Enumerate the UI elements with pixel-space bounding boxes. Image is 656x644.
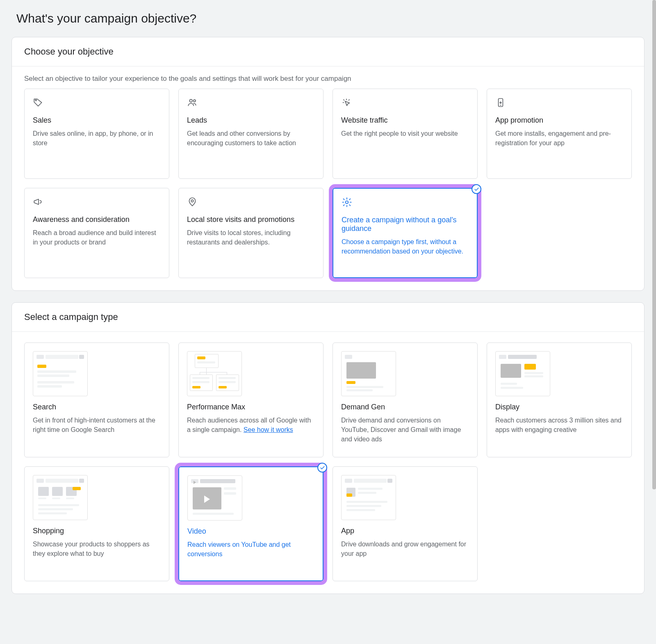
svg-point-4: [191, 200, 193, 202]
card-title: Performance Max: [187, 403, 315, 411]
card-thumbnail: [341, 475, 396, 520]
card-description: Get in front of high-intent customers at…: [33, 416, 161, 434]
objective-card-leads[interactable]: LeadsGet leads and other conversions by …: [178, 89, 323, 179]
card-description: Reach a broad audience and build interes…: [33, 228, 161, 247]
selected-check-icon: [317, 463, 327, 473]
card-title: Display: [495, 403, 623, 411]
svg-point-5: [346, 201, 348, 204]
objective-card-sales[interactable]: SalesDrive sales online, in app, by phon…: [24, 89, 169, 179]
type-card-shopping[interactable]: ShoppingShowcase your products to shoppe…: [24, 466, 169, 581]
card-description: Get leads and other conversions by encou…: [187, 129, 315, 148]
objective-panel-header: Choose your objective: [12, 37, 644, 66]
cursor-click-icon: [341, 97, 469, 111]
type-card-demand-gen[interactable]: Demand GenDrive demand and conversions o…: [333, 343, 478, 457]
objective-panel: Choose your objective Select an objectiv…: [11, 37, 645, 291]
scrollbar[interactable]: [652, 0, 656, 489]
card-description: Reach viewers on YouTube and get convers…: [187, 540, 314, 559]
card-thumbnail: [33, 475, 88, 520]
card-description: Choose a campaign type first, without a …: [342, 237, 469, 256]
card-title: Sales: [33, 116, 161, 125]
objective-card-no-goal[interactable]: Create a campaign without a goal's guida…: [333, 188, 478, 278]
svg-point-2: [194, 100, 196, 102]
card-description: Drive downloads and grow engagement for …: [341, 539, 469, 558]
tag-icon: [33, 97, 161, 111]
type-card-pmax[interactable]: Performance MaxReach audiences across al…: [178, 343, 323, 457]
card-title: Demand Gen: [341, 403, 469, 411]
card-link[interactable]: See how it works: [244, 426, 293, 433]
objective-card-awareness[interactable]: Awareness and considerationReach a broad…: [24, 188, 169, 278]
people-icon: [187, 97, 315, 111]
card-title: Shopping: [33, 527, 161, 535]
type-panel: Select a campaign type SearchGet in fron…: [11, 302, 645, 594]
card-thumbnail: [341, 351, 396, 396]
card-description: Drive demand and conversions on YouTube,…: [341, 416, 469, 444]
objective-card-website-traffic[interactable]: Website trafficGet the right people to v…: [333, 89, 478, 179]
card-title: Search: [33, 403, 161, 411]
card-description: Reach customers across 3 million sites a…: [495, 416, 623, 434]
card-description: Get more installs, engagement and pre-re…: [495, 129, 623, 148]
type-card-display[interactable]: DisplayReach customers across 3 million …: [487, 343, 632, 457]
objective-grid: SalesDrive sales online, in app, by phon…: [12, 89, 644, 290]
card-title: Create a campaign without a goal's guida…: [342, 216, 469, 233]
gear-icon: [342, 197, 469, 211]
card-title: Website traffic: [341, 116, 469, 125]
card-thumbnail: [495, 351, 550, 396]
objective-card-local[interactable]: Local store visits and promotionsDrive v…: [178, 188, 323, 278]
phone-icon: [495, 97, 623, 111]
type-panel-header: Select a campaign type: [12, 303, 644, 332]
card-description: Drive visits to local stores, including …: [187, 228, 315, 247]
card-description: Get the right people to visit your websi…: [341, 129, 469, 138]
page-title: What's your campaign objective?: [16, 11, 645, 25]
type-panel-title: Select a campaign type: [24, 312, 632, 322]
card-title: App promotion: [495, 116, 623, 125]
svg-point-0: [35, 100, 36, 101]
card-thumbnail: [33, 351, 88, 396]
objective-panel-subtitle: Select an objective to tailor your exper…: [12, 66, 644, 89]
card-thumbnail: [187, 351, 242, 396]
type-card-video[interactable]: VideoReach viewers on YouTube and get co…: [178, 466, 323, 581]
type-grid: SearchGet in front of high-intent custom…: [12, 332, 644, 594]
type-card-app[interactable]: AppDrive downloads and grow engagement f…: [333, 466, 478, 581]
card-thumbnail: [187, 475, 242, 521]
megaphone-icon: [33, 196, 161, 210]
card-description: Reach audiences across all of Google wit…: [187, 416, 315, 434]
card-description: Drive sales online, in app, by phone, or…: [33, 129, 161, 148]
type-card-search[interactable]: SearchGet in front of high-intent custom…: [24, 343, 169, 457]
card-title: Awareness and consideration: [33, 215, 161, 224]
card-title: Local store visits and promotions: [187, 215, 315, 224]
card-title: App: [341, 527, 469, 535]
svg-point-1: [190, 99, 193, 102]
objective-panel-title: Choose your objective: [24, 46, 632, 57]
card-title: Leads: [187, 116, 315, 125]
card-title: Video: [187, 527, 314, 536]
selected-check-icon: [472, 184, 481, 194]
objective-card-app-promotion[interactable]: App promotionGet more installs, engageme…: [487, 89, 632, 179]
pin-icon: [187, 196, 315, 210]
card-description: Showcase your products to shoppers as th…: [33, 539, 161, 558]
